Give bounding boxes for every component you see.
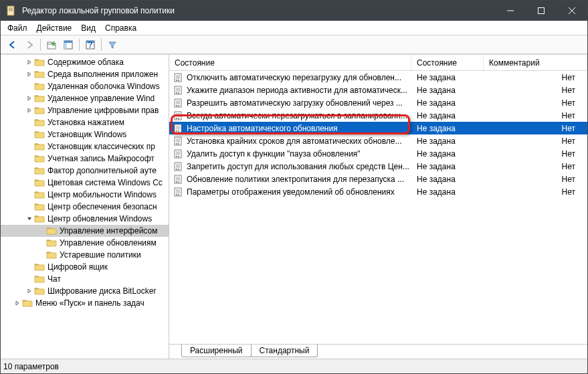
row-comment: Нет [484, 162, 587, 171]
folder-icon [22, 298, 33, 308]
list-row[interactable]: Настройка автоматического обновленияНе з… [169, 122, 587, 134]
tree-item[interactable]: Центр обновления Windows [1, 213, 169, 225]
menu-action[interactable]: Действие [37, 23, 72, 33]
tree-item-label: Цифровой ящик [47, 262, 108, 272]
list-row[interactable]: Запретить доступ для использования любых… [169, 160, 587, 173]
svg-rect-9 [47, 42, 52, 44]
list-row[interactable]: Обновление политики электропитания для п… [169, 173, 587, 185]
list-row[interactable]: Всегда автоматически перезагружаться в з… [169, 109, 587, 122]
tree-item-label: Управление обновлениям [60, 238, 157, 248]
tree-item-label: Установщик Windows [47, 130, 126, 139]
svg-point-38 [176, 118, 177, 119]
list-row[interactable]: Установка крайних сроков для автоматичес… [169, 134, 587, 147]
svg-rect-64 [175, 175, 181, 183]
list-row[interactable]: Отключить автоматическую перезагрузку дл… [169, 71, 587, 84]
row-state: Не задана [411, 124, 484, 133]
tree-item[interactable]: Меню «Пуск» и панель задач [1, 297, 169, 309]
up-button[interactable] [43, 37, 60, 52]
column-header-name[interactable]: Состояние [169, 55, 411, 70]
svg-point-74 [176, 194, 177, 195]
menu-view[interactable]: Вид [81, 23, 96, 33]
list-row[interactable]: Разрешить автоматическую загрузку обновл… [169, 96, 587, 109]
tree-item[interactable]: Центр мобильности Windows [1, 189, 169, 201]
tree-item-label: Меню «Пуск» и панель задач [35, 298, 144, 308]
close-button[interactable] [557, 1, 587, 21]
tree-item[interactable]: Управление интерфейсом [1, 225, 169, 237]
tree-item[interactable]: Шифрование диска BitLocker [1, 285, 169, 297]
tree-item[interactable]: Чат [1, 273, 169, 285]
tree-item[interactable]: Управление цифровыми прав [1, 104, 169, 116]
tree-item-label: Учетная запись Майкрософт [47, 154, 155, 163]
svg-point-20 [176, 80, 177, 81]
tree-item[interactable]: Установщик Windows [1, 128, 169, 141]
chevron-down-icon[interactable] [25, 215, 34, 223]
row-name: Настройка автоматического обновления [187, 124, 411, 133]
svg-point-63 [178, 169, 179, 170]
back-button[interactable] [5, 37, 21, 52]
toolbar-separator-2 [79, 39, 80, 51]
tab-standard[interactable]: Стандартный [251, 345, 318, 357]
svg-point-27 [178, 92, 179, 94]
chevron-right-icon[interactable] [13, 300, 22, 307]
row-name: Разрешить автоматическую загрузку обновл… [187, 98, 411, 108]
chevron-right-icon[interactable] [25, 107, 34, 114]
tree-item[interactable]: Среда выполнения приложен [1, 68, 169, 80]
tree-item[interactable]: Удаленная оболочка Windows [1, 80, 169, 92]
folder-icon [46, 250, 57, 260]
folder-icon [34, 94, 45, 103]
tree-item[interactable]: Учетная запись Майкрософт [1, 153, 169, 165]
menu-help[interactable]: Справка [105, 23, 136, 33]
tree-item[interactable]: Устаревшие политики [1, 249, 169, 261]
toolbar: ? [1, 35, 587, 54]
toolbar-separator-3 [101, 39, 102, 51]
show-hide-button[interactable] [60, 37, 76, 52]
tree-item[interactable]: Удаленное управление Wind [1, 92, 169, 104]
tree-item[interactable]: Управление обновлениям [1, 237, 169, 249]
folder-icon [34, 190, 45, 199]
row-comment: Нет [484, 98, 587, 108]
svg-rect-46 [175, 137, 181, 145]
svg-rect-12 [64, 43, 67, 49]
list-row[interactable]: Удалить доступ к функции "пауза обновлен… [169, 147, 587, 160]
row-name: Удалить доступ к функции "пауза обновлен… [187, 149, 411, 159]
tree-item[interactable]: Установка нажатием [1, 116, 169, 128]
chevron-right-icon[interactable] [25, 59, 34, 66]
tree-item[interactable]: Содержимое облака [1, 56, 169, 68]
column-header-comment[interactable]: Комментарий [484, 55, 587, 70]
policy-icon [169, 175, 187, 184]
tree-item-label: Цветовая система Windows Cc [47, 178, 163, 187]
minimize-button[interactable] [495, 1, 526, 21]
row-comment: Нет [484, 124, 587, 133]
chevron-right-icon[interactable] [25, 95, 34, 102]
filter-button[interactable] [104, 37, 120, 52]
tree-panel[interactable]: Содержимое облакаСреда выполнения прилож… [1, 55, 169, 359]
tree-item-label: Чат [47, 274, 61, 284]
tree-item[interactable]: Фактор дополнительной ауте [1, 165, 169, 177]
tab-extended[interactable]: Расширенный [181, 345, 252, 357]
svg-rect-40 [175, 124, 181, 132]
svg-point-57 [178, 156, 179, 157]
list-row[interactable]: Параметры отображения уведомлений об обн… [169, 185, 587, 198]
menu-file[interactable]: Файл [7, 23, 27, 33]
svg-rect-5 [538, 8, 545, 14]
row-state: Не задана [411, 175, 484, 184]
maximize-button[interactable] [526, 1, 557, 21]
tree-item[interactable]: Установщик классических пр [1, 141, 169, 153]
chevron-right-icon[interactable] [25, 71, 34, 78]
list-row[interactable]: Укажите диапазон периода активности для … [169, 84, 587, 96]
forward-button[interactable] [21, 37, 37, 52]
help-button[interactable]: ? [82, 37, 98, 52]
row-state: Не задана [411, 187, 484, 197]
folder-icon [34, 82, 45, 91]
policy-icon [169, 187, 187, 197]
tree-item[interactable]: Цифровой ящик [1, 261, 169, 273]
tree-item[interactable]: Цветовая система Windows Cc [1, 177, 169, 189]
svg-point-45 [178, 130, 179, 132]
tree-item[interactable]: Центр обеспечения безопасн [1, 201, 169, 213]
column-header-state[interactable]: Состояние [411, 55, 484, 70]
list-body[interactable]: Отключить автоматическую перезагрузку дл… [169, 71, 587, 344]
tree-item-label: Центр обеспечения безопасн [47, 202, 157, 211]
row-state: Не задана [411, 149, 484, 159]
tree-item-label: Удаленная оболочка Windows [47, 82, 160, 91]
chevron-right-icon[interactable] [25, 288, 34, 295]
